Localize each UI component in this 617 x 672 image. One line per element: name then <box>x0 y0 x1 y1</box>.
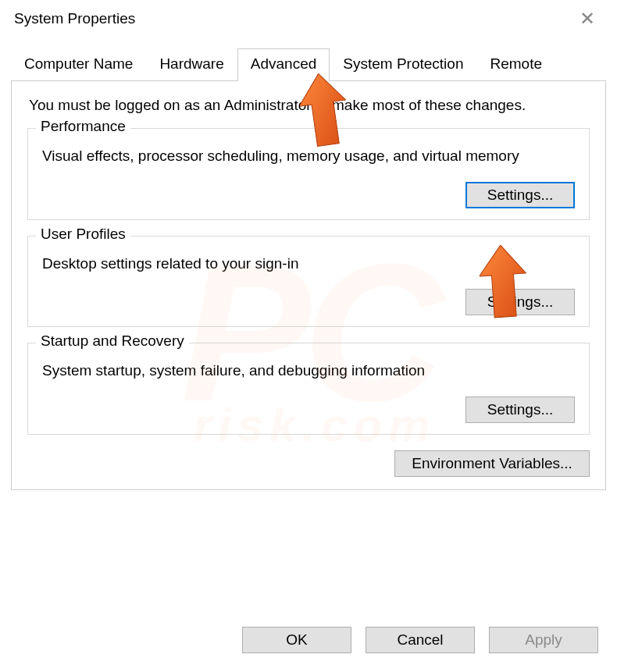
tabs: Computer Name Hardware Advanced System P… <box>11 48 606 81</box>
tab-system-protection[interactable]: System Protection <box>330 48 476 80</box>
user-profiles-settings-button[interactable]: Settings... <box>465 289 575 315</box>
ok-button[interactable]: OK <box>242 627 351 653</box>
group-user-profiles: User Profiles Desktop settings related t… <box>27 236 590 328</box>
performance-settings-button[interactable]: Settings... <box>465 182 575 208</box>
group-performance: Performance Visual effects, processor sc… <box>27 128 590 220</box>
admin-note: You must be logged on as an Administrato… <box>27 97 590 114</box>
window-title: System Properties <box>14 10 135 27</box>
group-user-profiles-legend: User Profiles <box>36 226 130 243</box>
tab-remote[interactable]: Remote <box>476 48 555 80</box>
close-icon[interactable]: ✕ <box>572 8 603 30</box>
apply-button[interactable]: Apply <box>489 627 598 653</box>
group-startup-recovery: Startup and Recovery System startup, sys… <box>27 343 590 435</box>
group-performance-legend: Performance <box>36 118 130 135</box>
tab-hardware[interactable]: Hardware <box>146 48 237 80</box>
cancel-button[interactable]: Cancel <box>366 627 475 653</box>
startup-recovery-settings-button[interactable]: Settings... <box>465 396 575 423</box>
group-performance-desc: Visual effects, processor scheduling, me… <box>42 146 575 166</box>
group-startup-recovery-legend: Startup and Recovery <box>36 332 189 350</box>
group-user-profiles-desc: Desktop settings related to your sign-in <box>42 254 575 274</box>
title-bar: System Properties ✕ <box>0 0 617 34</box>
group-startup-recovery-desc: System startup, system failure, and debu… <box>42 361 575 381</box>
tab-computer-name[interactable]: Computer Name <box>11 48 146 80</box>
environment-variables-button[interactable]: Environment Variables... <box>394 450 590 477</box>
tab-advanced[interactable]: Advanced <box>237 48 330 81</box>
tab-content: You must be logged on as an Administrato… <box>11 81 606 490</box>
dialog-buttons: OK Cancel Apply <box>242 627 598 653</box>
